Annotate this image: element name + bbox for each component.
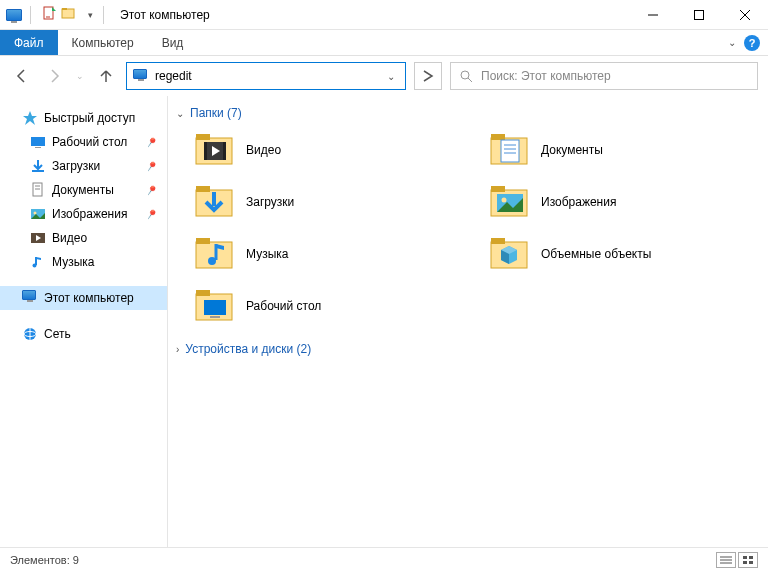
sidebar-documents[interactable]: Документы 📍 bbox=[0, 178, 167, 202]
svg-point-41 bbox=[208, 257, 216, 265]
svg-rect-10 bbox=[35, 147, 41, 148]
navigation-bar: ⌄ ⌄ Поиск: Этот компьютер bbox=[0, 56, 768, 96]
sidebar-network[interactable]: Сеть bbox=[0, 322, 167, 346]
status-bar: Элементов: 9 bbox=[0, 547, 768, 571]
address-input[interactable] bbox=[155, 69, 383, 83]
window-title: Этот компьютер bbox=[120, 8, 210, 22]
close-button[interactable] bbox=[722, 0, 768, 30]
sidebar-videos[interactable]: Видео bbox=[0, 226, 167, 250]
ribbon-tab-file[interactable]: Файл bbox=[0, 30, 58, 55]
qat-newfolder-icon[interactable] bbox=[61, 6, 75, 23]
svg-rect-1 bbox=[62, 9, 74, 18]
sidebar-label: Видео bbox=[52, 231, 87, 245]
folder-label: Документы bbox=[541, 143, 603, 157]
nav-up-button[interactable] bbox=[94, 64, 118, 88]
sidebar-label: Музыка bbox=[52, 255, 94, 269]
nav-recent-dropdown[interactable]: ⌄ bbox=[74, 64, 86, 88]
navigation-pane: Быстрый доступ Рабочий стол 📍 Загрузки 📍… bbox=[0, 96, 168, 547]
address-dropdown-icon[interactable]: ⌄ bbox=[383, 71, 399, 82]
qat-dropdown-icon[interactable]: ▾ bbox=[85, 10, 95, 20]
pictures-icon bbox=[30, 206, 46, 222]
svg-rect-47 bbox=[210, 316, 220, 318]
address-bar[interactable]: ⌄ bbox=[126, 62, 406, 90]
help-icon[interactable]: ? bbox=[744, 35, 760, 51]
folder-item-video[interactable]: Видео bbox=[194, 128, 465, 172]
sidebar-desktop[interactable]: Рабочий стол 📍 bbox=[0, 130, 167, 154]
qat-properties-icon[interactable] bbox=[43, 6, 57, 23]
sidebar-label: Быстрый доступ bbox=[44, 111, 135, 125]
nav-forward-button[interactable] bbox=[42, 64, 66, 88]
ribbon-tab-view[interactable]: Вид bbox=[148, 30, 198, 55]
downloads-icon bbox=[30, 158, 46, 174]
svg-rect-28 bbox=[491, 134, 505, 140]
minimize-button[interactable] bbox=[630, 0, 676, 30]
ribbon: Файл Компьютер Вид ⌄ ? bbox=[0, 30, 768, 56]
folder-item-desktop[interactable]: Рабочий стол bbox=[194, 284, 465, 328]
ribbon-tab-computer[interactable]: Компьютер bbox=[58, 30, 148, 55]
status-item-count: Элементов: 9 bbox=[10, 554, 79, 566]
svg-rect-46 bbox=[204, 300, 226, 315]
sidebar-downloads[interactable]: Загрузки 📍 bbox=[0, 154, 167, 178]
go-button[interactable] bbox=[414, 62, 442, 90]
music-folder-icon bbox=[194, 236, 234, 272]
svg-rect-54 bbox=[749, 561, 753, 564]
svg-rect-43 bbox=[491, 238, 505, 244]
star-icon bbox=[22, 110, 38, 126]
music-icon bbox=[30, 254, 46, 270]
sidebar-label: Этот компьютер bbox=[44, 291, 134, 305]
titlebar: ▾ Этот компьютер bbox=[0, 0, 768, 30]
svg-rect-52 bbox=[749, 556, 753, 559]
video-folder-icon bbox=[194, 132, 234, 168]
svg-rect-9 bbox=[31, 137, 45, 146]
documents-icon bbox=[30, 182, 46, 198]
documents-folder-icon bbox=[489, 132, 529, 168]
group-header-folders[interactable]: ⌄ Папки (7) bbox=[176, 106, 760, 120]
chevron-right-icon: › bbox=[176, 344, 179, 355]
folder-label: Музыка bbox=[246, 247, 288, 261]
svg-rect-2 bbox=[62, 8, 67, 10]
sidebar-music[interactable]: Музыка bbox=[0, 250, 167, 274]
nav-back-button[interactable] bbox=[10, 64, 34, 88]
search-placeholder: Поиск: Этот компьютер bbox=[481, 69, 611, 83]
svg-rect-53 bbox=[743, 561, 747, 564]
pin-icon: 📍 bbox=[143, 158, 159, 174]
svg-rect-45 bbox=[196, 290, 210, 296]
sidebar-this-pc[interactable]: Этот компьютер bbox=[0, 286, 167, 310]
svg-point-7 bbox=[461, 71, 469, 79]
ribbon-expand-icon[interactable]: ⌄ bbox=[728, 37, 736, 48]
sidebar-label: Сеть bbox=[44, 327, 71, 341]
group-header-label: Папки (7) bbox=[190, 106, 242, 120]
address-icon bbox=[133, 69, 149, 83]
3dobjects-folder-icon bbox=[489, 236, 529, 272]
maximize-button[interactable] bbox=[676, 0, 722, 30]
sidebar-pictures[interactable]: Изображения 📍 bbox=[0, 202, 167, 226]
svg-rect-26 bbox=[223, 142, 226, 160]
folder-label: Изображения bbox=[541, 195, 616, 209]
svg-rect-25 bbox=[204, 142, 207, 160]
svg-rect-40 bbox=[196, 238, 210, 244]
view-icons-button[interactable] bbox=[738, 552, 758, 568]
search-icon bbox=[459, 69, 473, 83]
group-header-devices[interactable]: › Устройства и диски (2) bbox=[176, 342, 760, 356]
sidebar-label: Рабочий стол bbox=[52, 135, 127, 149]
pictures-folder-icon bbox=[489, 184, 529, 220]
folder-label: Загрузки bbox=[246, 195, 294, 209]
folder-item-downloads[interactable]: Загрузки bbox=[194, 180, 465, 224]
search-box[interactable]: Поиск: Этот компьютер bbox=[450, 62, 758, 90]
sidebar-quick-access[interactable]: Быстрый доступ bbox=[0, 106, 167, 130]
folder-item-3dobjects[interactable]: Объемные объекты bbox=[489, 232, 760, 276]
folder-item-music[interactable]: Музыка bbox=[194, 232, 465, 276]
folder-label: Объемные объекты bbox=[541, 247, 651, 261]
view-details-button[interactable] bbox=[716, 552, 736, 568]
sidebar-label: Документы bbox=[52, 183, 114, 197]
svg-line-8 bbox=[468, 78, 472, 82]
svg-rect-29 bbox=[501, 140, 519, 162]
app-icon bbox=[6, 9, 22, 21]
folder-item-pictures[interactable]: Изображения bbox=[489, 180, 760, 224]
pin-icon: 📍 bbox=[143, 182, 159, 198]
svg-point-38 bbox=[502, 198, 507, 203]
pin-icon: 📍 bbox=[143, 206, 159, 222]
content-pane: ⌄ Папки (7) Видео Документы Загрузки Изо… bbox=[168, 96, 768, 547]
folder-item-documents[interactable]: Документы bbox=[489, 128, 760, 172]
folder-label: Рабочий стол bbox=[246, 299, 321, 313]
